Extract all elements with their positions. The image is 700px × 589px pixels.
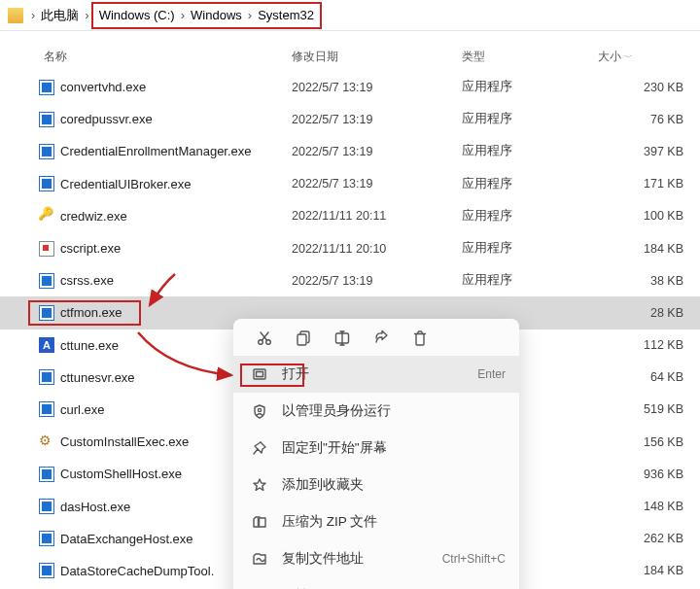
menu-label: 添加到收藏夹 <box>282 476 492 494</box>
file-type: 应用程序 <box>462 176 598 192</box>
share-icon[interactable] <box>371 329 391 348</box>
file-size: 38 KB <box>598 274 683 288</box>
file-name: cttune.exe <box>60 338 119 353</box>
menu-label: 固定到"开始"屏幕 <box>282 439 492 457</box>
file-name: convertvhd.exe <box>60 80 146 94</box>
file-size: 100 KB <box>598 209 683 223</box>
file-row[interactable]: credwiz.exe2022/11/11 20:11应用程序100 KB <box>0 200 700 232</box>
file-size: 519 KB <box>598 402 683 416</box>
col-header-size[interactable]: 大小﹀ <box>598 49 695 65</box>
context-menu: 打开Enter以管理员身份运行固定到"开始"屏幕添加到收藏夹压缩为 ZIP 文件… <box>233 319 519 589</box>
file-row[interactable]: coredpussvr.exe2022/5/7 13:19应用程序76 KB <box>0 103 700 135</box>
file-name: CredentialEnrollmentManager.exe <box>60 144 252 158</box>
key-icon <box>39 208 54 224</box>
menu-label: 以管理员身份运行 <box>282 402 492 420</box>
menu-item-pin[interactable]: 固定到"开始"屏幕 <box>233 430 519 467</box>
zip-icon <box>251 513 268 531</box>
file-size: 230 KB <box>598 81 683 94</box>
file-name: ctfmon.exe <box>60 305 122 320</box>
chevron-right-icon: › <box>83 8 90 22</box>
file-row[interactable]: CredentialUIBroker.exe2022/5/7 13:19应用程序… <box>0 168 700 200</box>
pin-icon <box>251 439 268 457</box>
file-row[interactable]: csrss.exe2022/5/7 13:19应用程序38 KB <box>0 264 700 296</box>
app-icon <box>39 467 54 482</box>
gear-icon <box>39 434 54 450</box>
file-size: 397 KB <box>598 145 683 158</box>
breadcrumb: › 此电脑 › Windows (C:) › Windows › System3… <box>0 0 700 31</box>
rename-icon[interactable] <box>332 329 352 348</box>
breadcrumb-c-drive[interactable]: Windows (C:) <box>95 2 179 29</box>
copy-icon[interactable] <box>294 329 313 348</box>
col-header-name[interactable]: 名称 <box>0 49 292 65</box>
breadcrumb-windows[interactable]: Windows <box>187 2 246 29</box>
star-icon <box>251 476 268 494</box>
file-type: 应用程序 <box>462 240 598 257</box>
svg-point-6 <box>258 408 261 411</box>
menu-label: 复制文件地址 <box>282 550 429 568</box>
app-icon <box>39 144 54 159</box>
file-date: 2022/11/11 20:10 <box>292 242 462 256</box>
chevron-right-icon: › <box>29 8 37 22</box>
file-size: 156 KB <box>598 435 683 449</box>
menu-label: 压缩为 ZIP 文件 <box>282 513 492 531</box>
app-icon <box>39 369 54 385</box>
app-icon <box>39 112 54 127</box>
column-headers: 名称 修改日期 类型 大小﹀ <box>0 37 700 71</box>
file-name: cttunesvr.exe <box>60 370 135 385</box>
breadcrumb-highlight: Windows (C:) › Windows › System32 <box>91 2 322 29</box>
file-type: 应用程序 <box>462 272 598 289</box>
file-size: 64 KB <box>598 370 683 384</box>
delete-icon[interactable] <box>410 329 430 348</box>
file-name: CustomInstallExec.exe <box>60 434 189 449</box>
chevron-right-icon: › <box>179 8 187 22</box>
file-date: 2022/5/7 13:19 <box>292 113 462 126</box>
file-row[interactable]: convertvhd.exe2022/5/7 13:19应用程序230 KB <box>0 71 700 103</box>
copypath-icon <box>251 550 268 568</box>
file-row[interactable]: cscript.exe2022/11/11 20:10应用程序184 KB <box>0 232 700 264</box>
file-size: 171 KB <box>598 177 683 191</box>
file-name: DataExchangeHost.exe <box>60 532 193 546</box>
file-type: 应用程序 <box>462 111 598 127</box>
file-name: coredpussvr.exe <box>60 112 153 126</box>
file-size: 112 KB <box>598 338 683 352</box>
menu-item-admin[interactable]: 以管理员身份运行 <box>233 393 519 430</box>
context-menu-toolbar <box>233 319 519 356</box>
app-icon <box>39 531 54 546</box>
sort-caret-icon: ﹀ <box>624 52 633 62</box>
file-size: 148 KB <box>598 500 683 513</box>
file-name: csrss.exe <box>60 273 114 288</box>
breadcrumb-folder-icon <box>4 2 29 29</box>
file-type: 应用程序 <box>462 79 598 95</box>
menu-item-open[interactable]: 打开Enter <box>233 356 519 393</box>
file-size: 936 KB <box>598 468 683 481</box>
svg-rect-5 <box>257 372 263 377</box>
menu-item-props[interactable]: 属性Alt+Enter <box>233 577 519 589</box>
cleartype-icon: A <box>39 337 54 353</box>
svg-rect-4 <box>254 369 265 379</box>
menu-item-copypath[interactable]: 复制文件地址Ctrl+Shift+C <box>233 540 519 577</box>
file-type: 应用程序 <box>462 208 598 225</box>
breadcrumb-system32[interactable]: System32 <box>254 2 318 29</box>
file-name: credwiz.exe <box>60 209 127 224</box>
breadcrumb-root[interactable]: 此电脑 <box>37 2 83 29</box>
file-name: DataStoreCacheDumpTool. <box>60 564 214 578</box>
file-date: 2022/11/11 20:11 <box>292 209 462 223</box>
menu-item-zip[interactable]: 压缩为 ZIP 文件 <box>233 503 519 540</box>
open-icon <box>251 365 268 383</box>
file-date: 2022/5/7 13:19 <box>292 145 462 158</box>
file-size: 262 KB <box>598 532 683 545</box>
menu-item-star[interactable]: 添加到收藏夹 <box>233 467 519 503</box>
col-header-date[interactable]: 修改日期 <box>292 49 462 65</box>
file-row[interactable]: CredentialEnrollmentManager.exe2022/5/7 … <box>0 135 700 167</box>
file-size: 76 KB <box>598 113 683 126</box>
admin-icon <box>251 402 268 420</box>
menu-label: 打开 <box>282 365 464 383</box>
col-header-type[interactable]: 类型 <box>462 49 598 65</box>
svg-rect-2 <box>298 334 306 345</box>
app-icon <box>39 499 54 514</box>
file-name: CustomShellHost.exe <box>60 467 182 481</box>
app-icon <box>39 563 54 578</box>
cut-icon[interactable] <box>255 329 274 348</box>
file-date: 2022/5/7 13:19 <box>292 177 462 191</box>
file-name: dasHost.exe <box>60 500 130 514</box>
